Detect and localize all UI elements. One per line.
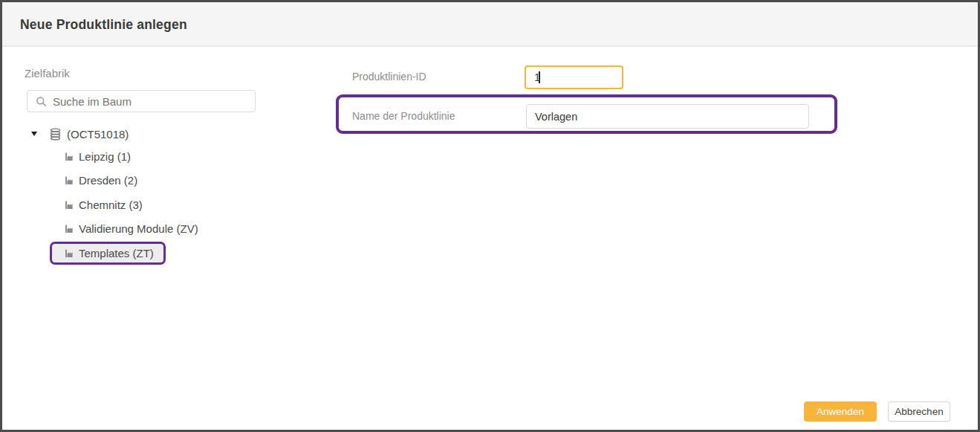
target-factory-label: Zielfabrik [25, 67, 70, 80]
tree-item-leipzig[interactable]: Leipzig (1) [64, 147, 131, 165]
product-line-name-wrap [526, 104, 809, 129]
product-line-name-label: Name der Produktlinie [352, 110, 455, 122]
search-icon [36, 96, 47, 107]
tree-item-label: Templates (ZT) [79, 247, 154, 259]
factory-icon [64, 200, 74, 210]
database-icon [49, 128, 62, 141]
factory-icon [64, 248, 74, 258]
dialog-title: Neue Produktlinie anlegen [20, 2, 187, 47]
cancel-button[interactable]: Abbrechen [888, 402, 950, 422]
tree-item-dresden[interactable]: Dresden (2) [64, 171, 137, 189]
tree-root-row[interactable]: (OCT51018) [31, 125, 129, 143]
tree-root-label: (OCT51018) [67, 128, 129, 141]
product-line-id-input[interactable] [525, 65, 623, 89]
tree-item-label: Chemnitz (3) [79, 199, 143, 211]
new-product-line-dialog: Neue Produktlinie anlegen Zielfabrik [0, 0, 980, 432]
tree-search-box[interactable] [27, 90, 256, 112]
tree-item-label: Validierung Module (ZV) [79, 222, 198, 235]
tree-item-chemnitz[interactable]: Chemnitz (3) [64, 196, 143, 213]
dialog-header: Neue Produktlinie anlegen [2, 2, 978, 47]
tree-search-input[interactable] [53, 91, 255, 112]
tree-item-templates-selected[interactable]: Templates (ZT) [50, 242, 166, 265]
tree-item-label: Dresden (2) [79, 174, 137, 187]
product-line-name-input[interactable] [526, 104, 809, 129]
tree-item-validierung-module[interactable]: Validierung Module (ZV) [64, 219, 198, 237]
product-line-id-label: Produktlinien-ID [352, 71, 426, 83]
apply-button[interactable]: Anwenden [804, 402, 877, 422]
chevron-down-icon[interactable] [31, 132, 37, 136]
factory-icon [64, 152, 74, 161]
product-line-id-wrap [525, 65, 623, 89]
tree-item-label: Leipzig (1) [79, 150, 131, 163]
factory-icon [64, 175, 74, 185]
factory-icon [64, 224, 74, 233]
